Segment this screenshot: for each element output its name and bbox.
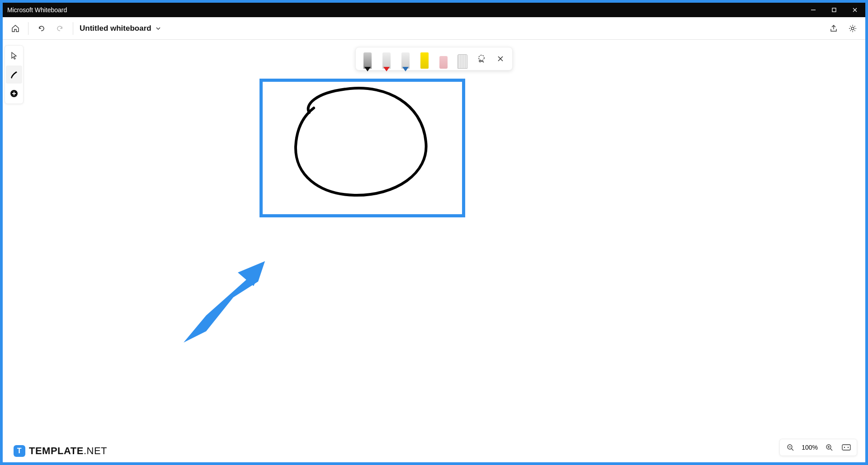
drawn-circle [259, 79, 465, 217]
blue-pen[interactable] [397, 49, 414, 69]
share-button[interactable] [825, 19, 843, 38]
chevron-down-icon [155, 25, 161, 32]
fit-icon [842, 444, 851, 451]
whiteboard-canvas[interactable]: 100% [3, 40, 865, 462]
svg-point-8 [479, 55, 484, 61]
ruler[interactable] [454, 49, 471, 69]
highlighter-yellow[interactable] [416, 49, 433, 69]
svg-rect-1 [832, 8, 836, 12]
document-title-dropdown[interactable]: Untitled whiteboard [80, 24, 161, 33]
cursor-icon [9, 51, 19, 60]
watermark-brand-thin: .NET [84, 445, 107, 456]
ink-tool[interactable] [6, 66, 22, 84]
red-pen[interactable] [378, 49, 395, 69]
watermark-brand-strong: TEMPLATE [29, 445, 84, 456]
separator [28, 22, 28, 35]
close-window-button[interactable] [844, 3, 865, 17]
zoom-in-button[interactable] [823, 442, 835, 453]
window-controls [803, 3, 865, 17]
minimize-icon [811, 7, 816, 13]
svg-point-9 [479, 60, 481, 62]
annotation-arrow [179, 261, 278, 352]
home-icon [11, 24, 20, 33]
zoom-in-icon [825, 443, 833, 451]
document-title: Untitled whiteboard [80, 24, 151, 33]
svg-marker-13 [238, 261, 265, 286]
pen-icon [9, 70, 19, 80]
close-icon [497, 55, 504, 62]
zoom-bar: 100% [779, 439, 857, 456]
watermark: T TEMPLATE.NET [14, 445, 107, 457]
lasso-icon [476, 54, 486, 64]
home-button[interactable] [6, 19, 24, 38]
add-tool[interactable] [6, 85, 22, 103]
settings-button[interactable] [844, 19, 862, 38]
maximize-icon [831, 7, 837, 13]
undo-button[interactable] [32, 19, 50, 38]
svg-point-23 [848, 447, 849, 448]
undo-icon [37, 24, 46, 33]
black-pen[interactable] [359, 49, 376, 69]
zoom-out-button[interactable] [784, 442, 796, 453]
close-ink-toolbar[interactable] [492, 51, 509, 67]
close-icon [852, 7, 858, 13]
redo-button[interactable] [51, 19, 69, 38]
svg-point-22 [844, 447, 845, 448]
minimize-button[interactable] [803, 3, 824, 17]
maximize-button[interactable] [824, 3, 844, 17]
watermark-logo-icon: T [14, 445, 25, 457]
lasso-tool[interactable] [473, 51, 490, 67]
ink-toolbar [355, 47, 513, 70]
select-tool[interactable] [6, 47, 22, 65]
side-toolbar [5, 45, 24, 104]
plus-circle-icon [9, 89, 19, 98]
app-frame: Microsoft Whiteboard Untitled whiteboar [3, 3, 865, 462]
svg-line-18 [830, 449, 832, 451]
svg-line-15 [792, 449, 793, 451]
gear-icon [848, 24, 857, 33]
window-title: Microsoft Whiteboard [7, 6, 67, 14]
redo-icon [56, 24, 65, 33]
svg-rect-21 [842, 445, 850, 450]
fit-screen-button[interactable] [840, 442, 852, 453]
svg-point-4 [851, 27, 854, 30]
share-icon [829, 24, 838, 33]
zoom-value: 100% [802, 444, 818, 451]
header-toolbar: Untitled whiteboard [3, 17, 865, 40]
titlebar: Microsoft Whiteboard [3, 3, 865, 17]
separator [73, 22, 73, 35]
zoom-out-icon [786, 443, 794, 451]
eraser[interactable] [435, 49, 452, 69]
